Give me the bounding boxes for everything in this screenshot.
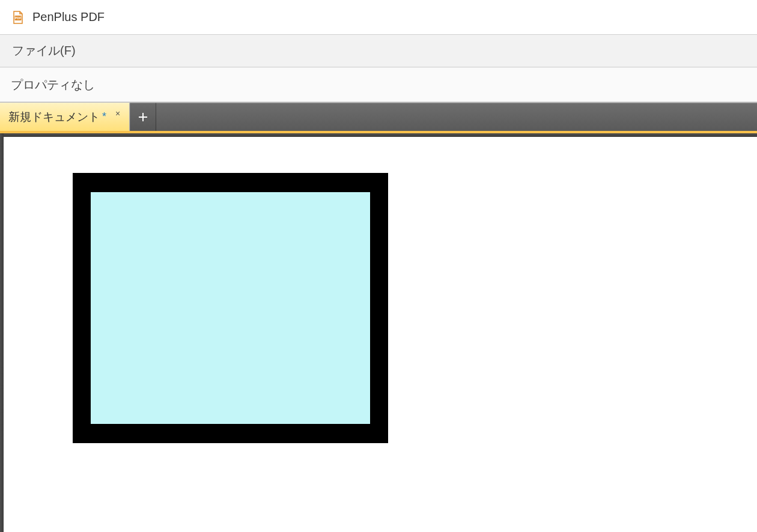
canvas[interactable] — [4, 137, 757, 532]
title-bar: PDF PenPlus PDF — [0, 0, 757, 35]
tab-strip: 新規ドキュメント * × — [0, 102, 757, 133]
plus-icon — [138, 112, 148, 122]
document-area — [0, 133, 757, 532]
svg-text:PDF: PDF — [15, 16, 22, 20]
menu-file[interactable]: ファイル(F) — [10, 39, 78, 62]
document-tab-dirty-indicator: * — [102, 110, 106, 123]
properties-bar: プロパティなし — [0, 67, 757, 102]
menu-bar: ファイル(F) — [0, 35, 757, 67]
document-tab-label: 新規ドキュメント — [8, 109, 100, 125]
new-tab-button[interactable] — [130, 103, 156, 131]
rectangle-shape[interactable] — [73, 173, 388, 443]
app-title: PenPlus PDF — [32, 10, 105, 24]
rectangle-fill — [91, 192, 370, 424]
properties-message: プロパティなし — [11, 77, 95, 93]
document-tab[interactable]: 新規ドキュメント * × — [0, 103, 130, 131]
pdf-file-icon: PDF — [11, 10, 25, 25]
svg-rect-3 — [139, 116, 147, 118]
close-icon[interactable]: × — [112, 108, 123, 119]
